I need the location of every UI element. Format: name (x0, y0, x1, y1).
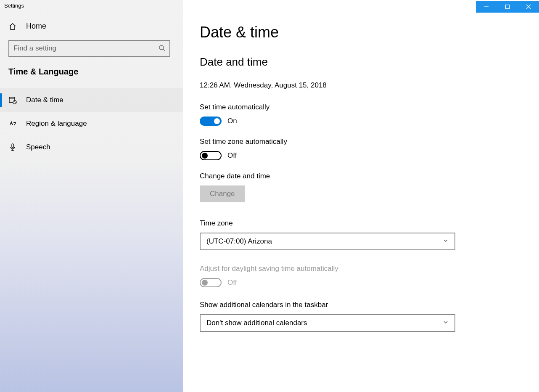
additional-cal-label: Show additional calendars in the taskbar (200, 301, 522, 309)
timezone-value: (UTC-07:00) Arizona (206, 237, 272, 246)
minimize-button[interactable] (476, 1, 497, 13)
sidebar: Home Time & Language (0, 0, 183, 392)
search-input[interactable] (13, 44, 159, 53)
svg-rect-1 (506, 5, 510, 9)
sidebar-item-date-time[interactable]: Date & time (0, 88, 183, 112)
chevron-down-icon (443, 319, 449, 327)
language-icon (8, 119, 17, 128)
set-time-auto-label: Set time automatically (200, 103, 522, 111)
set-tz-auto-toggle[interactable] (200, 151, 222, 160)
set-tz-auto-state: Off (227, 151, 237, 160)
titlebar: Settings (0, 0, 539, 13)
page-title: Date & time (200, 24, 522, 41)
timezone-label: Time zone (200, 219, 522, 228)
sidebar-category: Time & Language (0, 67, 183, 88)
set-tz-auto-label: Set time zone automatically (200, 138, 522, 146)
additional-cal-dropdown[interactable]: Don't show additional calendars (200, 314, 455, 332)
set-time-auto-state: On (227, 117, 237, 125)
svg-point-4 (159, 45, 164, 50)
maximize-button[interactable] (497, 1, 518, 13)
chevron-down-icon (443, 237, 449, 246)
svg-line-5 (163, 49, 165, 51)
sidebar-item-speech[interactable]: Speech (0, 135, 183, 159)
dst-label: Adjust for daylight saving time automati… (200, 265, 522, 273)
sidebar-item-label: Speech (26, 143, 50, 151)
home-icon (8, 22, 17, 31)
close-button[interactable] (518, 1, 539, 13)
home-label: Home (26, 22, 46, 31)
window-controls (476, 1, 539, 13)
sidebar-item-region-language[interactable]: Region & language (0, 112, 183, 135)
section-title: Date and time (200, 56, 522, 69)
timezone-dropdown[interactable]: (UTC-07:00) Arizona (200, 233, 455, 250)
search-icon (159, 45, 165, 53)
set-time-auto-toggle[interactable] (200, 117, 222, 126)
home-nav[interactable]: Home (0, 16, 183, 40)
microphone-icon (8, 143, 17, 151)
sidebar-item-label: Date & time (26, 96, 63, 104)
search-box[interactable] (8, 40, 170, 57)
main-content: Date & time Date and time 12:26 AM, Wedn… (183, 0, 539, 392)
dst-state: Off (227, 278, 237, 287)
additional-cal-value: Don't show additional calendars (206, 319, 307, 327)
calendar-clock-icon (8, 96, 17, 104)
dst-toggle (200, 278, 222, 287)
svg-rect-11 (12, 144, 13, 148)
change-button: Change (200, 185, 245, 202)
sidebar-item-label: Region & language (26, 119, 87, 128)
sidebar-nav: Date & time Region & language Speech (0, 88, 183, 159)
window-title: Settings (4, 3, 24, 9)
change-dt-label: Change date and time (200, 172, 522, 180)
current-datetime: 12:26 AM, Wednesday, August 15, 2018 (200, 81, 522, 90)
